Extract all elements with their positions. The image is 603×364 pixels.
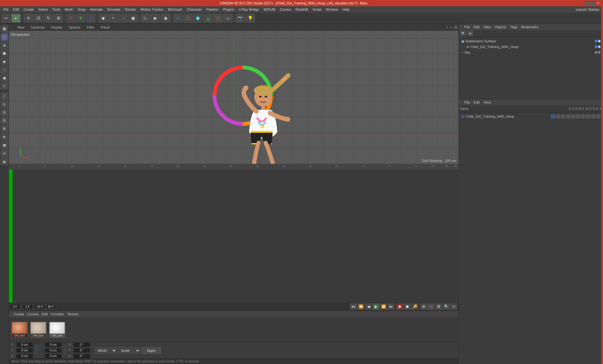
tab-filter[interactable]: Filter bbox=[84, 25, 97, 30]
menu-tools[interactable]: Tools bbox=[50, 7, 62, 12]
toolbar-cone[interactable]: △ bbox=[203, 14, 213, 23]
tab-panel[interactable]: Panel bbox=[98, 25, 112, 30]
start-frame-input[interactable] bbox=[10, 304, 20, 309]
left-tool-1[interactable]: 🔘 bbox=[1, 25, 8, 33]
timeline-content[interactable] bbox=[9, 169, 459, 302]
attr-icon-6[interactable] bbox=[576, 114, 580, 119]
left-tool-13[interactable]: ⌘ bbox=[1, 125, 8, 132]
attr-icon-3[interactable] bbox=[561, 114, 565, 119]
left-tool-6[interactable]: ◌ bbox=[1, 66, 8, 73]
end-frame-display[interactable] bbox=[35, 304, 45, 309]
obj-subdivision-surface[interactable]: ▣ Subdivision Surface bbox=[460, 38, 602, 44]
scale-dropdown[interactable]: Scale Position Rotation bbox=[118, 347, 140, 354]
left-tool-14[interactable]: ⊕ bbox=[1, 133, 8, 141]
prev-keyframe[interactable]: ⏪ bbox=[357, 303, 364, 310]
skip-to-end[interactable]: ⏭ bbox=[388, 303, 394, 310]
attr-icon-1[interactable] bbox=[551, 114, 555, 119]
motion-path-btn[interactable]: ⌘ bbox=[435, 303, 442, 310]
mat-menu-create[interactable]: Create bbox=[13, 312, 25, 316]
mat-menu-edit[interactable]: Edit bbox=[41, 312, 49, 316]
attr-icon-2[interactable] bbox=[556, 114, 560, 119]
obj-menu-objects[interactable]: Objects bbox=[493, 25, 508, 29]
toolbar-cube[interactable]: □ bbox=[183, 14, 193, 23]
menu-vray-bridge[interactable]: V-Ray Bridge bbox=[237, 7, 261, 12]
toolbar-pt-mode[interactable]: • bbox=[108, 14, 118, 23]
mat-menu-texture[interactable]: Texture bbox=[66, 312, 80, 316]
toolbar-obj-mode[interactable]: ◉ bbox=[98, 14, 108, 23]
rot-x-value[interactable]: 0 cm bbox=[45, 342, 62, 347]
vp-icon-3[interactable]: ⊡ bbox=[454, 25, 457, 29]
play-forward[interactable]: ▶ bbox=[372, 303, 379, 310]
toolbar-sphere[interactable]: ○ bbox=[173, 14, 182, 23]
menu-motion-tracker[interactable]: Motion Tracker bbox=[139, 7, 166, 12]
toolbar-render-all[interactable]: ◉ bbox=[161, 14, 170, 23]
toolbar-torus[interactable]: ◌ bbox=[213, 14, 223, 23]
attr-menu-edit[interactable]: Edit bbox=[472, 100, 481, 104]
pos-z-value[interactable]: 0 cm bbox=[16, 354, 33, 359]
menu-character[interactable]: Character bbox=[185, 7, 204, 12]
toolbar-rotate[interactable]: ↻ bbox=[44, 14, 53, 23]
tab-cameras[interactable]: Cameras bbox=[28, 25, 47, 30]
pos-x-value[interactable]: 0 cm bbox=[16, 342, 33, 347]
left-tool-11[interactable]: Ⓢ bbox=[1, 109, 8, 116]
menu-create[interactable]: Create bbox=[22, 7, 36, 12]
material-girl-bod[interactable]: Girl_bod bbox=[11, 322, 28, 338]
material-girl-boc[interactable]: Girl_boc bbox=[30, 322, 46, 338]
menu-snap[interactable]: Snap bbox=[76, 7, 88, 12]
play-backward[interactable]: ◀ bbox=[365, 303, 372, 310]
menu-mograph[interactable]: MoGraph bbox=[166, 7, 184, 12]
next-keyframe[interactable]: ⏩ bbox=[380, 303, 387, 310]
skip-to-start[interactable]: ⏮ bbox=[350, 303, 357, 310]
record-btn[interactable]: ⏺ bbox=[396, 303, 403, 310]
menu-simulate[interactable]: Simulate bbox=[105, 7, 122, 12]
rot-y-value[interactable]: 0 cm bbox=[45, 348, 62, 353]
toolbar-undo[interactable]: ↩ bbox=[1, 14, 11, 23]
obj-menu-view[interactable]: View bbox=[482, 25, 492, 29]
vp-icon-1[interactable]: ↕ bbox=[446, 25, 448, 29]
mat-menu-function[interactable]: Function bbox=[50, 312, 65, 316]
stop-btn[interactable]: ⏹ bbox=[404, 303, 411, 310]
toolbar-z-axis[interactable]: Z bbox=[86, 14, 95, 23]
toolbar-move[interactable]: ✛ bbox=[24, 14, 33, 23]
attr-row-child-girl[interactable]: Child_Girl_Training_With_Hoop bbox=[460, 114, 602, 119]
obj-menu-bookmarks[interactable]: Bookmarks bbox=[520, 25, 540, 29]
menu-file[interactable]: File bbox=[1, 7, 11, 12]
menu-select[interactable]: Select bbox=[36, 7, 50, 12]
timeline-zoom-btn[interactable]: 🔍 bbox=[443, 303, 450, 310]
menu-3dtoall[interactable]: 3DToAll bbox=[262, 7, 277, 12]
scale-b-value[interactable]: 0 ° bbox=[73, 354, 90, 359]
tab-view[interactable]: View bbox=[14, 25, 27, 30]
left-tool-17[interactable]: ◒ bbox=[1, 158, 8, 165]
toolbar-plane[interactable]: ▱ bbox=[223, 14, 233, 23]
mat-menu-corona[interactable]: Corona bbox=[26, 312, 40, 316]
left-tool-10[interactable]: ⊙ bbox=[1, 100, 8, 108]
maximize-button[interactable]: □ bbox=[590, 1, 595, 5]
auto-key-btn[interactable]: 🔑 bbox=[411, 303, 418, 310]
tab-options[interactable]: Options bbox=[66, 25, 83, 30]
toolbar-poly-mode[interactable]: ▣ bbox=[128, 14, 138, 23]
menu-mesh[interactable]: Mesh bbox=[63, 7, 75, 12]
attr-menu-view[interactable]: View bbox=[482, 100, 492, 104]
obj-child-girl[interactable]: ⊕ Child_Girl_Training_With_Hoop bbox=[460, 44, 602, 50]
obj-menu-file[interactable]: File bbox=[463, 25, 471, 29]
obj-tool-2[interactable]: ⊕ bbox=[467, 31, 473, 36]
left-tool-2[interactable]: ⬡ bbox=[1, 33, 8, 41]
obj-menu-tags[interactable]: Tags bbox=[509, 25, 519, 29]
attr-menu-file[interactable]: File bbox=[463, 100, 471, 104]
toolbar-render-active[interactable]: ▶ bbox=[151, 14, 160, 23]
minimize-button[interactable]: — bbox=[585, 1, 589, 5]
timeline-playhead[interactable] bbox=[9, 169, 13, 302]
left-tool-3[interactable]: ◈ bbox=[1, 41, 8, 49]
menu-corona[interactable]: Corona bbox=[278, 7, 293, 12]
key-mode-btn[interactable]: □ bbox=[428, 303, 435, 310]
menu-help[interactable]: Help bbox=[340, 7, 351, 12]
left-tool-4[interactable]: ⬟ bbox=[1, 50, 8, 57]
menu-plugins[interactable]: Plugins bbox=[221, 7, 236, 12]
obj-sky[interactable]: ○ Sky bbox=[460, 50, 602, 55]
toolbar-camera[interactable]: 📷 bbox=[236, 14, 245, 23]
attr-icon-10[interactable] bbox=[596, 114, 600, 119]
toolbar-transform[interactable]: ⊞ bbox=[54, 14, 63, 23]
rot-z-value[interactable]: 0 cm bbox=[45, 354, 62, 359]
toolbar-render-view[interactable]: ▷ bbox=[141, 14, 150, 23]
menu-script[interactable]: Script bbox=[311, 7, 323, 12]
